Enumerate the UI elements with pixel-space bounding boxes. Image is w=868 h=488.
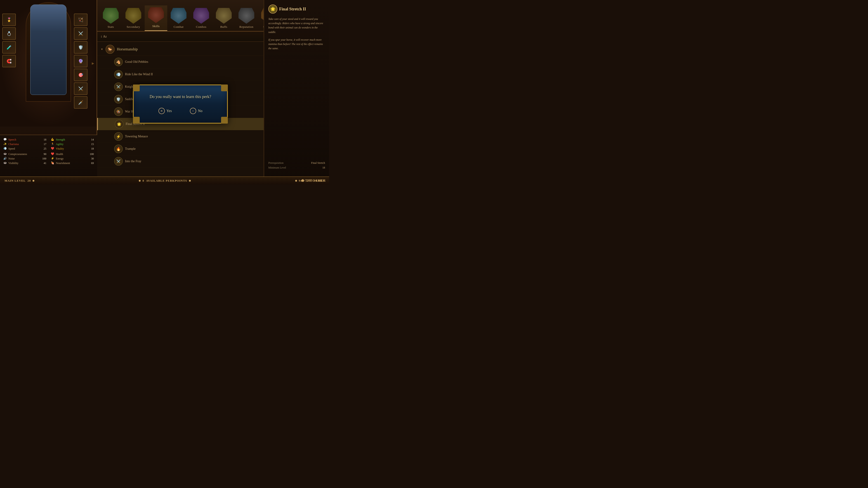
- yes-label: Yes: [166, 109, 172, 113]
- equipment-slots-left: 🎖️ 💍 🧪 🧲: [2, 13, 16, 67]
- noise-icon: 🔊: [3, 157, 7, 160]
- yes-circle-icon: ✕: [158, 108, 165, 114]
- nourishment-icon: 🍖: [51, 161, 55, 165]
- main-level-label: MAIN LEVEL: [4, 179, 26, 183]
- equip-slot-left-1[interactable]: 🎖️: [2, 13, 16, 26]
- agility-icon: 🏃: [51, 142, 55, 146]
- tab-stats-label: Stats: [107, 25, 114, 29]
- tab-secondary-label: Secondary: [127, 25, 140, 29]
- stat-strength-value: 14: [87, 138, 94, 141]
- tab-skills[interactable]: Skills: [145, 5, 167, 31]
- bottom-dot-3: [189, 180, 191, 182]
- equip-slot-4[interactable]: 🔮: [74, 55, 88, 67]
- stat-nourishment-name: Nourishment: [56, 162, 86, 165]
- perk-min-level-label: Minimum Level: [268, 166, 286, 169]
- stat-speech-value: 18: [39, 138, 46, 141]
- no-label: No: [198, 109, 203, 113]
- shield-combos-icon: [193, 8, 209, 24]
- perkpoints-value: 8: [143, 179, 144, 183]
- stat-conspicuousness-name: Conspicuousness: [8, 153, 38, 156]
- dialog-corner-bl: [133, 117, 140, 124]
- tab-skills-label: Skills: [152, 24, 160, 28]
- dialog-yes-button[interactable]: ✕ Yes: [154, 106, 176, 116]
- equip-slot-left-4[interactable]: 🧲: [2, 55, 16, 67]
- health-icon: ❤️: [51, 152, 55, 156]
- tab-buffs-label: Buffs: [220, 25, 227, 29]
- dialog-question: Do you really want to learn this perk?: [141, 94, 220, 99]
- equip-slot-left-2[interactable]: 💍: [2, 27, 16, 40]
- tab-combat-label: Combat: [174, 25, 184, 29]
- tab-buffs[interactable]: Buffs: [213, 6, 235, 31]
- bottom-bar: MAIN LEVEL 20 8 AVAILABLE PERKPOINTS 94 …: [0, 176, 329, 184]
- visibility-icon: 👁️: [3, 161, 7, 165]
- shield-buffs-icon: [216, 8, 232, 24]
- stat-strength: 💪 Strength 14: [51, 138, 94, 141]
- stat-energy-value: 30: [87, 157, 94, 160]
- perk-title: 🌟 Final Stretch II: [268, 4, 325, 13]
- bottom-dot-2: [139, 180, 141, 182]
- tab-combos-label: Combos: [196, 25, 206, 29]
- equip-slot-5[interactable]: 🎯: [74, 69, 88, 81]
- perkpoints-label: AVAILABLE PERKPOINTS: [146, 179, 187, 183]
- stat-conspicuousness: 👁️ Conspicuousness 90: [3, 152, 46, 156]
- stat-speed: 💨 Speed 25: [3, 147, 46, 151]
- dialog-corner-br: [221, 117, 228, 124]
- shield-skills-icon: [148, 7, 164, 23]
- stat-speed-value: 25: [39, 147, 46, 151]
- speech-icon: 💬: [3, 138, 7, 141]
- dialog-no-button[interactable]: ○ No: [185, 106, 207, 116]
- stat-noise-value: 100: [39, 157, 46, 160]
- shield-combat-icon: [170, 8, 186, 24]
- shield-reputation-icon: [239, 8, 254, 24]
- perk-prerequisite-value: Final Stretch: [311, 161, 325, 165]
- right-panel: 🌟 Final Stretch II Take care of your ste…: [264, 0, 329, 184]
- stat-strength-name: Strength: [56, 138, 86, 141]
- tab-combat[interactable]: Combat: [167, 6, 190, 31]
- perk-icon-large: 🌟: [268, 4, 277, 13]
- perk-min-level-value: 18: [322, 166, 325, 169]
- dialog-frame: Do you really want to learn this perk? ✕…: [133, 85, 228, 124]
- no-circle-icon: ○: [190, 108, 196, 114]
- equip-slot-6[interactable]: ⚔️: [74, 83, 88, 95]
- left-panel: 🏹 ⚔️ 🛡️ 🔮 🎯 ⚔️ 🗡️ 🎖️ 💍 🧪 🧲 ▶ 💬 Speech 18: [0, 0, 97, 184]
- dialog-corner-tl: [133, 85, 140, 91]
- tab-reputation[interactable]: Reputation: [235, 6, 258, 31]
- dialog-box: Do you really want to learn this perk? ✕…: [133, 85, 228, 124]
- stat-vitality-value: 18: [87, 147, 94, 151]
- main-level-value: 20: [27, 179, 31, 183]
- conspicuousness-icon: 👁️: [3, 152, 7, 156]
- tab-secondary[interactable]: Secondary: [122, 6, 145, 31]
- main-level-section: MAIN LEVEL 20: [4, 179, 34, 183]
- stat-energy-name: Energy: [56, 157, 86, 160]
- equip-slot-2[interactable]: ⚔️: [74, 27, 88, 40]
- perk-title-text: Final Stretch II: [279, 7, 306, 11]
- stat-noise-name: Noise: [8, 157, 38, 160]
- speed-icon: 💨: [3, 147, 7, 151]
- energy-icon: ⚡: [51, 157, 55, 160]
- stat-agility-name: Agility: [56, 142, 86, 146]
- stat-charisma-value: 17: [39, 142, 46, 146]
- charisma-icon: ✨: [3, 142, 7, 146]
- stat-visibility-value: 41: [39, 162, 46, 165]
- vitality-icon: ❤️: [51, 147, 55, 151]
- tab-stats[interactable]: Stats: [99, 6, 122, 31]
- equip-slot-left-3[interactable]: 🧪: [2, 41, 16, 54]
- stat-charisma-name: Charisma: [8, 142, 38, 146]
- stat-nourishment-value: 69: [87, 162, 94, 165]
- perk-prerequisite-label: Prerequisition: [268, 161, 283, 165]
- stat-health-name: Health: [56, 153, 86, 156]
- shield-stats-icon: [103, 8, 119, 24]
- thegamer-logo: ⬟ THEGAMER: [301, 179, 326, 183]
- stat-agility-value: 15: [87, 142, 94, 146]
- equip-slot-7[interactable]: 🗡️: [74, 96, 88, 109]
- perk-description-2: If you spur your horse, it will recover …: [268, 38, 325, 51]
- bottom-dot-1: [33, 180, 34, 182]
- equip-slot-3[interactable]: 🛡️: [74, 41, 88, 54]
- nav-arrow-right[interactable]: ▶: [92, 61, 94, 65]
- stat-vitality-name: Vitality: [56, 147, 86, 151]
- stat-visibility-name: Visibility: [8, 162, 38, 165]
- tab-combos[interactable]: Combos: [190, 6, 213, 31]
- equip-slot-1[interactable]: 🏹: [74, 13, 88, 26]
- stat-agility: 🏃 Agility 15: [51, 142, 94, 146]
- perk-description-1: Take care of your steed and it will rewa…: [268, 17, 325, 34]
